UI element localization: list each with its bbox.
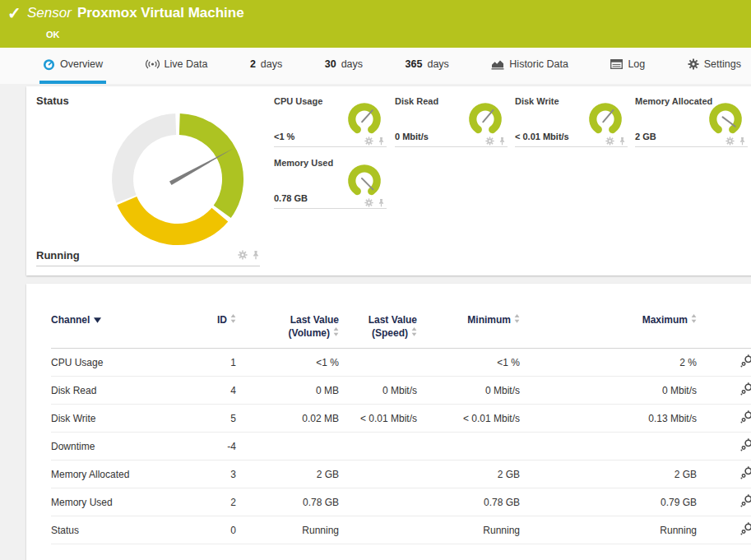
- tab-live-data[interactable]: Live Data: [142, 48, 211, 84]
- gauge-label: Memory Allocated: [635, 96, 712, 106]
- sensor-type-label: Sensor: [27, 5, 72, 21]
- pin-icon[interactable]: [739, 137, 746, 146]
- gauge-needle: [483, 110, 493, 123]
- gauge-card-memory-allocated: Memory Allocated 2 GB: [635, 95, 748, 147]
- channel-id: 5: [158, 405, 236, 433]
- channel-last-value-speed: [339, 488, 417, 516]
- channels-panel: Channel ID Last Value (Volume) Last Valu…: [26, 284, 751, 560]
- channel-name[interactable]: CPU Usage: [51, 349, 158, 377]
- channel-settings-icon[interactable]: [740, 442, 751, 454]
- column-header-id[interactable]: ID: [158, 308, 236, 349]
- channel-settings-icon[interactable]: [740, 470, 751, 482]
- gear-icon[interactable]: [364, 198, 373, 207]
- gauge-value: <1 %: [274, 132, 294, 141]
- channel-last-value-volume: <1 %: [236, 349, 339, 377]
- gauges-panel: Status Running CPU Usage <1 %: [26, 86, 751, 275]
- pin-icon[interactable]: [619, 137, 626, 146]
- gauge-value: 2 GB: [635, 132, 656, 141]
- channel-last-value-volume: 0.02 MB: [236, 405, 339, 433]
- channel-name[interactable]: Status: [51, 516, 158, 544]
- pin-icon[interactable]: [498, 137, 506, 146]
- gear-icon[interactable]: [605, 137, 614, 146]
- memory-allocated-gauge: [705, 100, 746, 139]
- pin-icon[interactable]: [378, 137, 385, 146]
- disk-write-gauge: [585, 100, 626, 139]
- channel-settings-icon[interactable]: [740, 386, 751, 398]
- gear-icon[interactable]: [238, 250, 248, 260]
- column-header-last-value-speed[interactable]: Last Value (Speed): [339, 308, 417, 349]
- sort-icon: [411, 327, 417, 336]
- live-data-icon: [146, 59, 160, 69]
- channel-id: 4: [158, 377, 236, 405]
- tab-bar: Overview Live Data 2 days 30 days 365 da…: [0, 48, 751, 84]
- gear-icon[interactable]: [485, 137, 494, 146]
- column-header-maximum[interactable]: Maximum: [520, 308, 697, 349]
- gauge-value: < 0.01 Mbit/s: [515, 132, 569, 141]
- column-header-actions: [697, 308, 751, 349]
- channel-maximum: Running: [520, 516, 697, 544]
- area-chart-icon: [491, 59, 504, 70]
- channel-settings-icon[interactable]: [740, 414, 751, 426]
- channel-settings-icon[interactable]: [740, 359, 751, 370]
- channel-maximum: 2 GB: [520, 460, 697, 488]
- status-gauge: [79, 97, 276, 261]
- channel-settings-icon[interactable]: [740, 498, 751, 510]
- tab-2-days[interactable]: 2 days: [247, 48, 285, 84]
- pin-icon[interactable]: [378, 198, 385, 207]
- channel-minimum: 0.78 GB: [417, 488, 520, 516]
- column-header-last-value-volume[interactable]: Last Value (Volume): [236, 308, 339, 349]
- page-title: Proxmox Virtual Machine: [77, 5, 244, 21]
- gauge-card-memory-used: Memory Used 0.78 GB: [274, 156, 387, 209]
- column-header-minimum[interactable]: Minimum: [417, 308, 520, 349]
- channel-minimum: <1 %: [417, 349, 520, 377]
- table-row: Memory Allocated 3 2 GB 2 GB 2 GB: [51, 460, 751, 488]
- channel-last-value-volume: 2 GB: [236, 460, 339, 488]
- gauge-card-disk-read: Disk Read 0 Mbit/s: [395, 95, 508, 147]
- gauge-needle: [362, 110, 373, 122]
- sensor-status-badge: OK: [46, 30, 60, 39]
- gauge-icon: [43, 58, 55, 71]
- channel-minimum: < 0.01 Mbit/s: [417, 405, 520, 433]
- channel-id: 0: [158, 516, 236, 544]
- status-gauge-title: Status: [36, 95, 69, 107]
- sort-icon: [333, 327, 339, 336]
- channel-name[interactable]: Memory Allocated: [51, 460, 158, 488]
- channel-last-value-speed: [339, 516, 417, 544]
- status-ok-check-icon: ✓: [7, 3, 21, 23]
- table-row: CPU Usage 1 <1 % <1 % 2 %: [51, 349, 751, 377]
- sorted-desc-icon: [94, 317, 101, 323]
- channel-name[interactable]: Disk Write: [51, 405, 158, 433]
- tab-historic-data[interactable]: Historic Data: [488, 48, 572, 84]
- channel-maximum: [520, 433, 697, 460]
- gauge-value: 0.78 GB: [274, 193, 308, 203]
- gauge-value: 0 Mbit/s: [395, 132, 429, 141]
- tab-settings[interactable]: Settings: [684, 48, 744, 84]
- channel-last-value-volume: Running: [236, 516, 339, 544]
- channel-name[interactable]: Downtime: [51, 433, 158, 460]
- prtg-sensor-page: ✓ SensorProxmox Virtual Machine OK Overv…: [0, 0, 751, 560]
- channel-maximum: 0.79 GB: [520, 488, 697, 516]
- channel-maximum: 2 %: [520, 349, 697, 377]
- gauge-needle: [603, 110, 613, 123]
- gauge-label: Disk Write: [515, 96, 559, 106]
- tab-overview[interactable]: Overview: [39, 48, 106, 84]
- gear-icon[interactable]: [726, 137, 735, 146]
- channel-last-value-speed: [339, 349, 417, 377]
- column-header-channel[interactable]: Channel: [51, 308, 158, 349]
- channel-name[interactable]: Disk Read: [51, 377, 158, 405]
- channel-last-value-speed: < 0.01 Mbit/s: [339, 405, 417, 433]
- channel-last-value-speed: [339, 460, 417, 488]
- channel-last-value-volume: 0 MB: [236, 377, 339, 405]
- tab-30-days[interactable]: 30 days: [322, 48, 366, 84]
- gear-icon[interactable]: [364, 137, 373, 146]
- tab-365-days[interactable]: 365 days: [402, 48, 452, 84]
- channel-settings-icon[interactable]: [740, 526, 751, 538]
- pin-icon[interactable]: [252, 250, 260, 260]
- cpu-usage-gauge: [344, 100, 385, 139]
- channel-name[interactable]: Memory Used: [51, 488, 158, 516]
- gauge-label: CPU Usage: [274, 96, 322, 106]
- tab-log[interactable]: Log: [607, 48, 648, 84]
- channel-last-value-volume: [236, 433, 339, 460]
- channel-table: Channel ID Last Value (Volume) Last Valu…: [51, 308, 751, 544]
- gauge-needle: [362, 178, 373, 189]
